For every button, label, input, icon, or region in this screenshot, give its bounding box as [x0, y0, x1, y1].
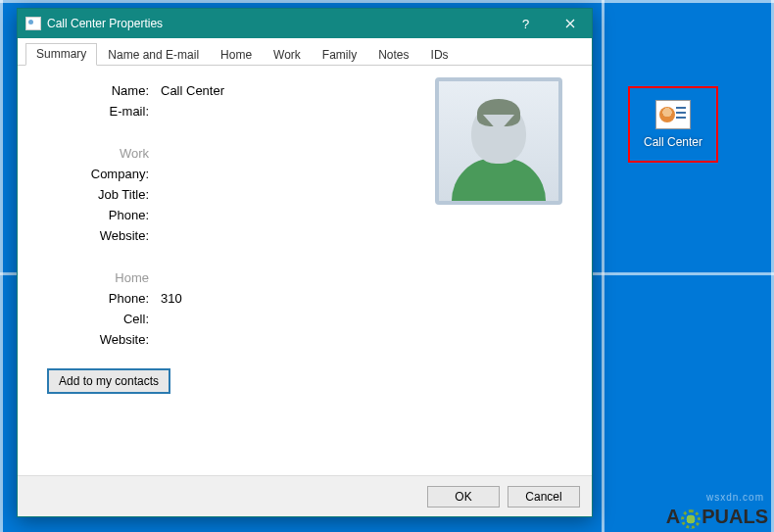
- dialog-footer: OK Cancel: [18, 475, 592, 516]
- tab-home[interactable]: Home: [210, 44, 263, 66]
- contact-card-icon: [25, 17, 41, 30]
- gear-icon: [681, 509, 701, 529]
- desktop-grid-line: [0, 0, 3, 532]
- company-label: Company:: [47, 167, 155, 181]
- jobtitle-label: Job Title:: [47, 187, 155, 202]
- email-label: E-mail:: [47, 104, 155, 119]
- home-section-label: Home: [47, 270, 155, 285]
- tabstrip: Summary Name and E-mail Home Work Family…: [18, 38, 592, 66]
- desktop-grid-line: [0, 0, 774, 3]
- ok-button[interactable]: OK: [427, 486, 500, 508]
- work-website-label: Website:: [47, 228, 155, 243]
- tab-summary[interactable]: Summary: [25, 43, 97, 66]
- home-phone-value: 310: [155, 291, 182, 306]
- person-icon: [452, 103, 546, 201]
- desktop-grid-line: [602, 0, 605, 532]
- tab-content: Name: Call Center E-mail: Work Company: …: [18, 66, 592, 475]
- source-watermark: wsxdn.com: [706, 492, 764, 503]
- add-to-contacts-button[interactable]: Add to my contacts: [47, 368, 170, 394]
- contact-file-icon: [655, 100, 691, 129]
- cancel-button[interactable]: Cancel: [508, 486, 580, 508]
- tab-work[interactable]: Work: [263, 44, 312, 66]
- help-button[interactable]: ?: [504, 9, 548, 38]
- watermark-text-post: PUALS: [701, 506, 768, 528]
- appuals-watermark: A PUALS: [666, 506, 768, 528]
- work-section-label: Work: [47, 146, 155, 161]
- work-phone-label: Phone:: [47, 208, 155, 222]
- contact-avatar[interactable]: [435, 77, 562, 205]
- tab-name-email[interactable]: Name and E-mail: [97, 44, 210, 66]
- close-icon: [565, 19, 575, 28]
- watermark-text-pre: A: [666, 506, 680, 528]
- name-value: Call Center: [155, 83, 224, 98]
- cell-label: Cell:: [47, 312, 155, 326]
- name-label: Name:: [47, 83, 155, 98]
- close-button[interactable]: [548, 9, 592, 38]
- home-website-label: Website:: [47, 332, 155, 347]
- desktop-contact-icon[interactable]: Call Center: [628, 86, 718, 163]
- desktop-icon-label: Call Center: [644, 135, 702, 149]
- titlebar[interactable]: Call Center Properties ?: [18, 9, 592, 38]
- window-title: Call Center Properties: [47, 17, 504, 30]
- properties-dialog: Call Center Properties ? Summary Name an…: [17, 8, 593, 517]
- tab-ids[interactable]: IDs: [420, 44, 460, 66]
- home-phone-label: Phone:: [47, 291, 155, 306]
- tab-notes[interactable]: Notes: [367, 44, 419, 66]
- tab-family[interactable]: Family: [312, 44, 367, 66]
